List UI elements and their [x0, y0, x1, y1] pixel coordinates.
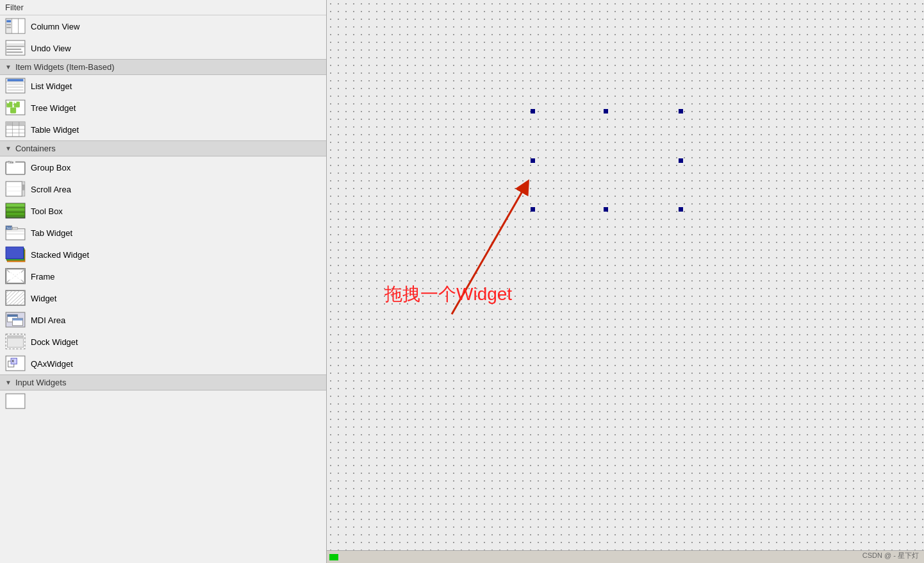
list-item[interactable]: X QAxWidget	[0, 353, 326, 374]
canvas-area[interactable]: 拖拽一个Widget	[327, 0, 924, 550]
svg-rect-16	[7, 87, 23, 88]
svg-rect-5	[6, 24, 11, 26]
svg-rect-11	[6, 52, 22, 53]
svg-text:Tab1: Tab1	[6, 226, 12, 230]
list-item[interactable]: Stacked Widget	[0, 244, 326, 265]
svg-rect-32	[6, 122, 12, 126]
svg-rect-87	[6, 394, 25, 409]
group-box-icon: Title	[5, 160, 26, 175]
drag-arrow	[327, 0, 924, 550]
list-item[interactable]: MDI Area	[0, 309, 326, 331]
svg-rect-82	[7, 336, 23, 339]
section-label: Containers	[15, 144, 56, 153]
selection-handle[interactable]	[604, 109, 608, 113]
section-label: Item Widgets (Item-Based)	[15, 62, 115, 72]
item-label: QAxWidget	[31, 359, 73, 369]
item-label: Dock Widget	[31, 337, 78, 347]
tree-widget-icon	[5, 100, 26, 115]
item-label: Widget	[31, 294, 56, 303]
svg-rect-57	[6, 248, 23, 259]
svg-point-23	[14, 101, 16, 103]
item-label: Table Widget	[31, 125, 79, 135]
list-item[interactable]: Tool Box	[0, 200, 326, 222]
selection-handle[interactable]	[679, 158, 683, 163]
selection-handle[interactable]	[604, 207, 608, 212]
selection-handle[interactable]	[531, 158, 535, 163]
section-arrow: ▼	[5, 379, 12, 386]
item-label: Undo View	[31, 44, 71, 53]
svg-rect-36	[6, 182, 22, 197]
input-widget-icon	[5, 394, 26, 409]
widget-icon	[5, 290, 26, 306]
frame-icon	[5, 269, 26, 284]
svg-rect-6	[6, 27, 11, 28]
tool-box-icon	[5, 203, 26, 219]
svg-rect-4	[6, 21, 11, 22]
list-item[interactable]: List Widget	[0, 75, 326, 97]
filter-label: Filter	[5, 3, 24, 12]
list-item[interactable]: Scroll Area	[0, 178, 326, 200]
svg-text:Title: Title	[8, 161, 14, 164]
svg-rect-47	[6, 213, 24, 215]
selection-handle[interactable]	[679, 109, 683, 113]
svg-rect-17	[7, 90, 23, 91]
list-item[interactable]: Table Widget	[0, 119, 326, 140]
svg-rect-2	[12, 19, 18, 34]
svg-rect-14	[7, 80, 23, 81]
section-arrow: ▼	[5, 145, 12, 152]
list-widget-icon	[5, 78, 26, 94]
svg-point-22	[7, 101, 9, 103]
list-item[interactable]: Tree Widget	[0, 97, 326, 119]
mdi-area-icon	[5, 312, 26, 328]
svg-rect-77	[7, 315, 17, 317]
item-label: List Widget	[31, 81, 72, 91]
scroll-area-icon	[5, 181, 26, 197]
section-header-containers[interactable]: ▼ Containers	[0, 140, 326, 156]
selection-handle[interactable]	[531, 109, 535, 113]
list-item[interactable]	[0, 391, 326, 412]
list-item[interactable]: Frame	[0, 265, 326, 287]
item-label: Tab Widget	[31, 228, 72, 238]
status-indicator	[329, 554, 338, 560]
section-arrow: ▼	[5, 63, 12, 71]
item-label: Tool Box	[31, 206, 63, 216]
svg-text:X: X	[12, 360, 14, 364]
widget-list[interactable]: Column View Undo View ▼ Item Widgets (It…	[0, 15, 326, 563]
item-label: Frame	[31, 272, 55, 282]
dock-widget-icon	[5, 334, 26, 349]
section-header-item-widgets[interactable]: ▼ Item Widgets (Item-Based)	[0, 59, 326, 75]
svg-rect-79	[12, 319, 22, 321]
item-label: Column View	[31, 22, 79, 31]
right-panel: 拖拽一个Widget CSDN @ - 星下灯	[327, 0, 924, 563]
filter-header: Filter	[0, 0, 326, 15]
list-item[interactable]: Tab1 Tab Widget	[0, 222, 326, 244]
item-label: MDI Area	[31, 315, 65, 325]
undo-view-icon	[5, 40, 26, 56]
item-label: Stacked Widget	[31, 250, 89, 260]
svg-rect-45	[6, 205, 24, 206]
watermark-text: CSDN @ - 星下灯	[862, 551, 919, 560]
tab-widget-icon: Tab1	[5, 225, 26, 240]
selection-handle[interactable]	[531, 207, 535, 212]
list-item[interactable]: Dock Widget	[0, 331, 326, 353]
section-label: Input Widgets	[15, 378, 67, 387]
left-panel: Filter Column View	[0, 0, 327, 563]
section-header-input-widgets[interactable]: ▼ Input Widgets	[0, 374, 326, 391]
selection-handle[interactable]	[679, 207, 683, 212]
drag-hint-text: 拖拽一个Widget	[384, 282, 512, 307]
svg-rect-51	[6, 231, 24, 232]
qax-widget-icon: X	[5, 356, 26, 371]
list-item[interactable]: Title Group Box	[0, 156, 326, 178]
stacked-widget-icon	[5, 247, 26, 262]
svg-rect-52	[6, 233, 24, 235]
svg-rect-46	[6, 209, 24, 211]
column-view-icon	[5, 19, 26, 34]
svg-rect-38	[22, 185, 25, 190]
list-item[interactable]: Undo View	[0, 37, 326, 59]
list-item[interactable]: Widget	[0, 287, 326, 309]
item-label: Group Box	[31, 163, 70, 172]
svg-rect-3	[19, 19, 25, 34]
table-widget-icon	[5, 122, 26, 137]
item-label: Tree Widget	[31, 103, 76, 113]
list-item[interactable]: Column View	[0, 15, 326, 37]
